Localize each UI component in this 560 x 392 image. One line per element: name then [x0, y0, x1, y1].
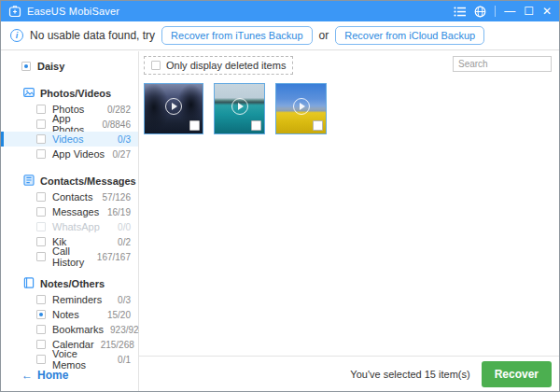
section-header-contacts-messages: Contacts/Messages [1, 173, 138, 189]
item-label: Reminders [52, 294, 102, 305]
play-icon [165, 98, 182, 115]
photos-icon [23, 87, 35, 100]
whatsapp-checkbox[interactable] [36, 222, 46, 231]
item-count: 0/3 [118, 295, 131, 305]
titlebar: EaseUS MobiSaver — ☐ ✕ [1, 1, 559, 21]
content-area: DaisyPhotos/VideosPhotos0/282App Photos0… [1, 51, 559, 391]
app-videos-checkbox[interactable] [36, 149, 46, 159]
device-checkbox[interactable] [21, 62, 31, 71]
item-count: 0/27 [113, 149, 131, 160]
sidebar-item-call-history[interactable]: Call History167/167 [1, 249, 138, 264]
home-label: Home [37, 369, 68, 382]
search-input[interactable] [453, 56, 552, 72]
home-link[interactable]: ← Home [21, 369, 68, 382]
section-label: Contacts/Messages [40, 175, 136, 187]
sidebar-item-whatsapp[interactable]: WhatsApp0/0 [1, 219, 138, 234]
item-count: 0/3 [118, 134, 131, 145]
calendar-checkbox[interactable] [36, 340, 46, 349]
call-history-checkbox[interactable] [36, 252, 46, 261]
messages-checkbox[interactable] [36, 207, 46, 217]
window-title: EaseUS MobiSaver [27, 6, 119, 17]
sidebar: DaisyPhotos/VideosPhotos0/282App Photos0… [1, 51, 139, 391]
thumbnail-checkbox[interactable] [251, 120, 261, 131]
voice-memos-checkbox[interactable] [36, 355, 46, 364]
minimize-icon[interactable]: — [504, 1, 515, 21]
device-item-daisy[interactable]: Daisy [1, 58, 138, 74]
item-count: 0/0 [118, 222, 131, 232]
only-deleted-filter[interactable]: Only display deleted items [144, 56, 293, 75]
sidebar-item-voice-memos[interactable]: Voice Memos0/1 [1, 352, 138, 367]
item-count: 15/20 [107, 310, 131, 320]
item-count: 0/8846 [102, 119, 131, 130]
sidebar-item-messages[interactable]: Messages16/19 [1, 204, 138, 219]
item-count: 0/2 [118, 237, 131, 247]
only-deleted-label: Only display deleted items [166, 60, 286, 71]
notification-message: No usable data found, try [30, 29, 155, 42]
contacts-icon [23, 175, 35, 188]
item-count: 167/167 [97, 252, 131, 262]
app-window: EaseUS MobiSaver — ☐ ✕ [0, 0, 560, 392]
maximize-icon[interactable]: ☐ [524, 1, 534, 21]
menu-list-icon[interactable] [454, 7, 466, 17]
section-contacts-messages: Contacts/MessagesContacts57/126Messages1… [1, 173, 138, 264]
video-thumbnail-1[interactable] [144, 83, 203, 134]
titlebar-separator [495, 6, 496, 17]
app-photos-checkbox[interactable] [36, 119, 46, 129]
main-toolbar: Only display deleted items [139, 51, 559, 75]
thumbnail-grid [139, 75, 559, 134]
selection-summary: You've selected 15 item(s) [350, 369, 469, 380]
item-label: Notes [52, 309, 79, 320]
sidebar-item-reminders[interactable]: Reminders0/3 [1, 292, 138, 307]
play-icon [293, 98, 310, 115]
main-pane: Only display deleted items You've select… [139, 51, 559, 391]
item-label: Call History [52, 245, 91, 268]
reminders-checkbox[interactable] [36, 295, 46, 304]
play-icon [231, 98, 248, 115]
item-count: 0/1 [118, 355, 131, 365]
thumbnail-checkbox[interactable] [313, 120, 323, 131]
thumbnail-checkbox[interactable] [189, 120, 200, 131]
sidebar-item-bookmarks[interactable]: Bookmarks923/924 [1, 322, 138, 337]
back-arrow-icon: ← [21, 369, 33, 382]
section-label: Notes/Others [40, 278, 105, 289]
sidebar-item-notes[interactable]: Notes15/20 [1, 307, 138, 322]
item-count: 16/19 [107, 207, 131, 217]
sidebar-item-app-videos[interactable]: App Videos0/27 [1, 147, 138, 161]
kik-checkbox[interactable] [36, 237, 46, 246]
app-logo-icon [8, 5, 21, 18]
or-text: or [319, 29, 329, 42]
sidebar-item-app-photos[interactable]: App Photos0/8846 [1, 117, 138, 132]
item-label: WhatsApp [52, 221, 100, 232]
sidebar-item-videos[interactable]: Videos0/3 [1, 132, 138, 147]
photos-checkbox[interactable] [36, 105, 46, 114]
language-globe-icon[interactable] [474, 6, 486, 18]
section-photos-videos: Photos/VideosPhotos0/282App Photos0/8846… [1, 85, 138, 161]
notes-icon [23, 277, 35, 290]
recover-button[interactable]: Recover [482, 361, 552, 387]
item-label: App Videos [52, 148, 105, 160]
close-icon[interactable]: ✕ [542, 1, 552, 21]
section-header-notes-others: Notes/Others [1, 275, 138, 292]
recover-itunes-backup-button[interactable]: Recover from iTunes Backup [161, 26, 312, 45]
titlebar-controls: — ☐ ✕ [454, 1, 552, 21]
item-label: Videos [52, 133, 83, 145]
videos-checkbox[interactable] [36, 134, 46, 144]
item-label: Contacts [52, 191, 92, 203]
category-tree: DaisyPhotos/VideosPhotos0/282App Photos0… [1, 58, 138, 367]
video-thumbnail-3[interactable] [275, 83, 327, 134]
item-label: Bookmarks [52, 324, 104, 335]
bookmarks-checkbox[interactable] [36, 325, 46, 334]
only-deleted-checkbox[interactable] [151, 61, 161, 70]
item-label: Messages [52, 206, 99, 217]
section-notes-others: Notes/OthersReminders0/3Notes15/20Bookma… [1, 275, 138, 367]
recover-icloud-backup-button[interactable]: Recover from iCloud Backup [335, 26, 484, 45]
video-thumbnail-2[interactable] [214, 83, 265, 134]
item-count: 57/126 [102, 192, 131, 203]
contacts-checkbox[interactable] [36, 192, 46, 202]
section-header-photos-videos: Photos/Videos [1, 85, 138, 102]
device-name: Daisy [37, 61, 64, 72]
notes-checkbox[interactable] [36, 310, 46, 319]
sidebar-item-contacts[interactable]: Contacts57/126 [1, 189, 138, 204]
section-label: Photos/Videos [40, 88, 111, 99]
item-label: Voice Memos [52, 348, 111, 371]
